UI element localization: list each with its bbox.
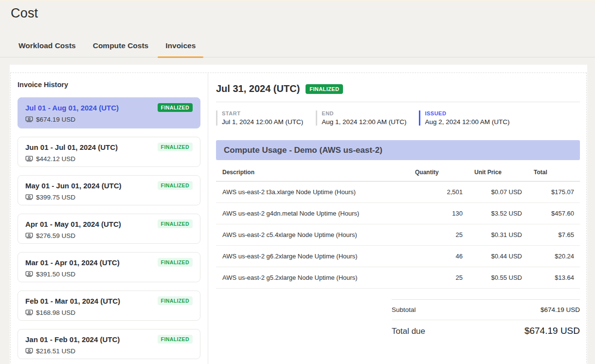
stat-issued-value: Aug 2, 2024 12:00 AM (UTC) bbox=[425, 118, 509, 126]
invoice-detail-panel: Jul 31, 2024 (UTC) FINALIZED START Jul 1… bbox=[208, 73, 586, 364]
invoice-item-jan[interactable]: Jan 01 - Feb 01, 2024 (UTC) FINALIZED $2… bbox=[18, 329, 200, 359]
invoice-period: Jun 01 - Jul 01, 2024 (UTC) bbox=[25, 143, 118, 151]
invoice-amount: $399.75 USD bbox=[36, 194, 75, 201]
cell-total: $20.24 bbox=[528, 246, 580, 267]
content-panel: Invoice History Jul 01 - Aug 01, 2024 (U… bbox=[10, 65, 587, 364]
invoice-status-badge: FINALIZED bbox=[158, 296, 193, 305]
subtotal-label: Subtotal bbox=[392, 306, 416, 313]
invoice-list: Jul 01 - Aug 01, 2024 (UTC) FINALIZED $6… bbox=[18, 97, 200, 364]
invoice-status-badge: FINALIZED bbox=[158, 103, 193, 112]
cell-unit-price: $0.07 USD bbox=[469, 182, 528, 203]
total-due-row: Total due $674.19 USD bbox=[392, 320, 580, 342]
column-header-total: Total bbox=[528, 162, 580, 182]
column-header-quantity: Quantity bbox=[409, 162, 469, 182]
top-strip bbox=[0, 0, 595, 1]
status-badge: FINALIZED bbox=[306, 84, 343, 94]
table-header-row: Description Quantity Unit Price Total bbox=[216, 162, 580, 182]
column-header-unit-price: Unit Price bbox=[469, 162, 528, 182]
cell-quantity: 25 bbox=[409, 224, 469, 246]
section-header: Compute Usage - Demo (AWS us-east-2) bbox=[216, 140, 580, 160]
invoice-period: Feb 01 - Mar 01, 2024 (UTC) bbox=[25, 297, 120, 305]
invoice-dates: START Jul 1, 2024 12:00 AM (UTC) END Aug… bbox=[216, 110, 580, 126]
cell-description: AWS us-east-2 g4dn.metal Node Uptime (Ho… bbox=[216, 203, 409, 224]
stat-start-label: START bbox=[222, 110, 303, 116]
stat-issued: ISSUED Aug 2, 2024 12:00 AM (UTC) bbox=[419, 110, 509, 126]
invoice-item-feb[interactable]: Feb 01 - Mar 01, 2024 (UTC) FINALIZED $1… bbox=[18, 291, 200, 321]
table-row: AWS us-east-2 c5.4xlarge Node Uptime (Ho… bbox=[216, 224, 580, 246]
cell-quantity: 130 bbox=[409, 203, 469, 224]
cell-total: $457.60 bbox=[528, 203, 580, 224]
invoice-amount: $168.98 USD bbox=[36, 309, 75, 316]
cash-icon bbox=[25, 193, 33, 201]
dashed-content-frame: Invoice History Jul 01 - Aug 01, 2024 (U… bbox=[10, 73, 587, 364]
invoice-status-badge: FINALIZED bbox=[158, 181, 193, 190]
invoice-period: Jul 01 - Aug 01, 2024 (UTC) bbox=[25, 104, 119, 112]
tab-compute-costs[interactable]: Compute Costs bbox=[92, 41, 150, 57]
column-header-description: Description bbox=[216, 162, 409, 182]
table-row: AWS us-east-2 g6.2xlarge Node Uptime (Ho… bbox=[216, 246, 580, 267]
cash-icon bbox=[25, 270, 33, 278]
total-due-value: $674.19 USD bbox=[524, 326, 580, 336]
cell-unit-price: $3.52 USD bbox=[469, 203, 528, 224]
invoice-amount: $442.12 USD bbox=[36, 155, 75, 163]
stat-end-label: END bbox=[322, 110, 406, 116]
invoice-status-badge: FINALIZED bbox=[158, 335, 193, 344]
invoice-status-badge: FINALIZED bbox=[158, 219, 193, 228]
cell-unit-price: $0.44 USD bbox=[469, 246, 528, 267]
cell-description: AWS us-east-2 c5.4xlarge Node Uptime (Ho… bbox=[216, 224, 409, 246]
invoice-period: Mar 01 - Apr 01, 2024 (UTC) bbox=[25, 258, 120, 267]
cell-description: AWS us-east-2 t3a.xlarge Node Uptime (Ho… bbox=[216, 182, 409, 203]
subtotal-value: $674.19 USD bbox=[541, 306, 580, 313]
invoice-item-jul[interactable]: Jul 01 - Aug 01, 2024 (UTC) FINALIZED $6… bbox=[18, 97, 200, 128]
subtotal-row: Subtotal $674.19 USD bbox=[392, 300, 580, 320]
invoice-item-jun[interactable]: Jun 01 - Jul 01, 2024 (UTC) FINALIZED $4… bbox=[18, 137, 200, 167]
invoice-amount: $391.50 USD bbox=[36, 271, 75, 278]
table-row: AWS us-east-2 g4dn.metal Node Uptime (Ho… bbox=[216, 203, 580, 224]
invoice-amount: $216.51 USD bbox=[36, 347, 75, 355]
invoice-summary: Subtotal $674.19 USD Total due $674.19 U… bbox=[392, 299, 580, 342]
total-due-label: Total due bbox=[392, 327, 425, 336]
stat-start: START Jul 1, 2024 12:00 AM (UTC) bbox=[216, 110, 303, 126]
invoice-item-apr[interactable]: Apr 01 - May 01, 2024 (UTC) FINALIZED $2… bbox=[18, 214, 200, 244]
tab-invoices[interactable]: Invoices bbox=[164, 41, 197, 57]
header-divider bbox=[216, 102, 580, 102]
invoice-period: Apr 01 - May 01, 2024 (UTC) bbox=[25, 220, 121, 228]
cell-description: AWS us-east-2 g5.2xlarge Node Uptime (Ho… bbox=[216, 267, 409, 289]
stat-start-value: Jul 1, 2024 12:00 AM (UTC) bbox=[222, 118, 303, 126]
invoice-period: May 01 - Jun 01, 2024 (UTC) bbox=[25, 182, 122, 190]
page-title: Cost bbox=[11, 6, 38, 21]
invoice-item-may[interactable]: May 01 - Jun 01, 2024 (UTC) FINALIZED $3… bbox=[18, 175, 200, 205]
cell-quantity: 46 bbox=[409, 246, 469, 267]
table-row: AWS us-east-2 g5.2xlarge Node Uptime (Ho… bbox=[216, 267, 580, 289]
invoice-amount: $674.19 USD bbox=[36, 116, 75, 123]
cell-total: $13.64 bbox=[528, 267, 580, 289]
stat-issued-label: ISSUED bbox=[425, 110, 509, 116]
usage-table: Description Quantity Unit Price Total AW… bbox=[216, 162, 580, 289]
cell-total: $175.07 bbox=[528, 182, 580, 203]
invoice-item-mar[interactable]: Mar 01 - Apr 01, 2024 (UTC) FINALIZED $3… bbox=[18, 252, 200, 282]
invoice-title: Jul 31, 2024 (UTC) bbox=[216, 83, 300, 94]
invoice-status-badge: FINALIZED bbox=[158, 258, 193, 267]
cell-total: $7.65 bbox=[528, 224, 580, 246]
cash-icon bbox=[25, 347, 33, 355]
cell-description: AWS us-east-2 g6.2xlarge Node Uptime (Ho… bbox=[216, 246, 409, 267]
stat-end: END Aug 1, 2024 12:00 AM (UTC) bbox=[316, 110, 406, 126]
cell-quantity: 25 bbox=[409, 267, 469, 289]
invoice-history-sidebar: Invoice History Jul 01 - Aug 01, 2024 (U… bbox=[11, 73, 208, 364]
tab-bar: Workload Costs Compute Costs Invoices bbox=[0, 34, 595, 57]
invoice-status-badge: FINALIZED bbox=[158, 143, 193, 151]
cell-quantity: 2,501 bbox=[409, 182, 469, 203]
stat-end-value: Aug 1, 2024 12:00 AM (UTC) bbox=[322, 118, 406, 126]
invoice-period: Jan 01 - Feb 01, 2024 (UTC) bbox=[25, 335, 120, 344]
cash-icon bbox=[25, 309, 33, 316]
cash-icon bbox=[25, 115, 33, 123]
sidebar-heading: Invoice History bbox=[18, 79, 200, 89]
cell-unit-price: $0.55 USD bbox=[469, 267, 528, 289]
tab-workload-costs[interactable]: Workload Costs bbox=[18, 41, 77, 57]
cell-unit-price: $0.31 USD bbox=[469, 224, 528, 246]
table-row: AWS us-east-2 t3a.xlarge Node Uptime (Ho… bbox=[216, 182, 580, 203]
invoice-amount: $276.59 USD bbox=[36, 232, 75, 239]
cash-icon bbox=[25, 155, 33, 163]
cash-icon bbox=[25, 232, 33, 239]
